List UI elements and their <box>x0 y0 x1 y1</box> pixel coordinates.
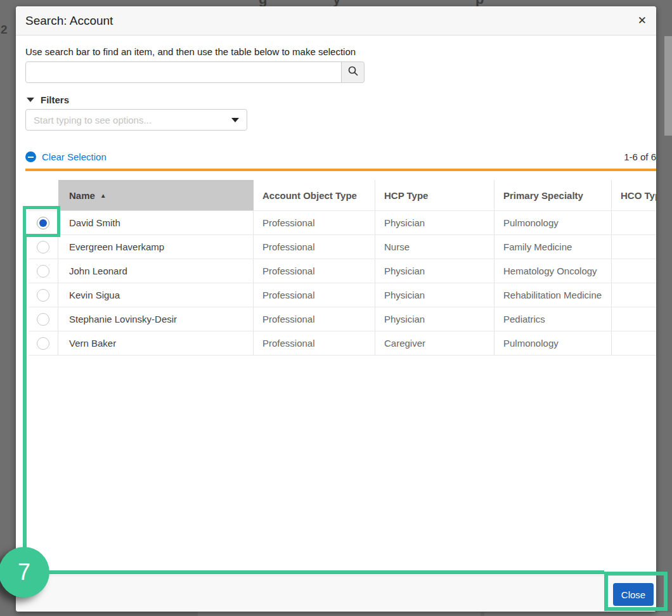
orange-divider <box>25 169 656 171</box>
selection-bar: Clear Selection 1-6 of 6 <box>25 151 656 162</box>
cell-primary-specialty: Pediatrics <box>503 314 545 324</box>
cell-account-object-type: Professional <box>262 241 315 252</box>
background-text-fragment: 2 <box>1 23 8 37</box>
cell-hcp-type: Physician <box>384 314 425 324</box>
modal-footer: Close <box>16 575 656 612</box>
cell-hcp-type: Physician <box>384 217 425 228</box>
cell-hcp-type: Physician <box>384 266 425 276</box>
table-row[interactable]: Evergreen Haverkamp Professional Nurse F… <box>29 235 656 259</box>
row-radio[interactable] <box>37 241 49 253</box>
background-scrollbar <box>664 36 672 136</box>
chevron-down-icon <box>27 98 34 102</box>
cell-primary-specialty: Pulmonology <box>503 338 559 349</box>
column-header-hco-type[interactable]: HCO Type <box>612 180 656 210</box>
screen: g y p 2 Search: Account ✕ Use search bar… <box>0 0 672 616</box>
column-header-account-object-type[interactable]: Account Object Type <box>254 180 375 210</box>
cell-account-object-type: Professional <box>262 338 315 349</box>
annotation-highlight-radio <box>23 206 60 237</box>
background-fragment <box>198 612 481 616</box>
cell-primary-specialty: Rehabilitation Medicine <box>503 290 602 300</box>
table-row[interactable]: Kevin Sigua Professional Physician Rehab… <box>29 283 656 307</box>
row-radio[interactable] <box>37 289 49 302</box>
table-body: David Smith Professional Physician Pulmo… <box>29 211 656 356</box>
row-radio[interactable] <box>37 265 49 278</box>
cell-name: David Smith <box>69 217 120 228</box>
search-bar <box>25 61 365 83</box>
instruction-text: Use search bar to find an item, and then… <box>25 46 356 57</box>
cell-account-object-type: Professional <box>262 217 315 228</box>
table-header-row: Name ▲ Account Object Type HCP Type Prim… <box>29 180 656 211</box>
cell-primary-specialty: Family Medicine <box>503 241 572 252</box>
table-row[interactable]: David Smith Professional Physician Pulmo… <box>29 211 656 235</box>
cell-hcp-type: Physician <box>384 290 425 300</box>
modal-header: Search: Account ✕ <box>16 6 656 35</box>
table-row[interactable]: Stephanie Lovinsky-Desir Professional Ph… <box>29 307 656 331</box>
search-account-modal: Search: Account ✕ Use search bar to find… <box>16 6 656 612</box>
table-row[interactable]: Vern Baker Professional Caregiver Pulmon… <box>29 331 656 356</box>
annotation-highlight-close <box>604 572 668 611</box>
annotation-step-badge: 7 <box>0 547 49 598</box>
close-icon[interactable]: ✕ <box>638 15 647 26</box>
column-header-label: Name <box>69 190 95 201</box>
table-row[interactable]: John Leonard Professional Physician Hema… <box>29 259 656 283</box>
modal-title: Search: Account <box>25 14 113 28</box>
cell-hcp-type: Caregiver <box>384 338 425 349</box>
sort-asc-icon: ▲ <box>100 192 107 199</box>
row-radio[interactable] <box>37 313 49 326</box>
cell-primary-specialty: Pulmonology <box>503 217 559 228</box>
minus-circle-icon <box>25 151 36 162</box>
column-header-primary-specialty[interactable]: Primary Specialty <box>494 180 612 210</box>
filters-label: Filters <box>41 94 69 105</box>
column-header-label: Primary Specialty <box>503 190 583 201</box>
column-header-name[interactable]: Name ▲ <box>58 180 254 210</box>
cell-name: Vern Baker <box>69 338 116 349</box>
search-icon <box>347 65 359 79</box>
clear-selection-label: Clear Selection <box>42 151 107 162</box>
cell-name: Stephanie Lovinsky-Desir <box>69 314 177 324</box>
filters-toggle[interactable]: Filters <box>27 94 69 105</box>
column-header-hcp-type[interactable]: HCP Type <box>375 180 494 210</box>
dropdown-caret-icon <box>231 118 239 122</box>
background-fragment <box>484 612 672 616</box>
cell-name: John Leonard <box>69 266 127 276</box>
combobox-placeholder: Start typing to see options... <box>34 115 231 125</box>
result-range-label: 1-6 of 6 <box>624 151 656 162</box>
cell-account-object-type: Professional <box>262 314 315 324</box>
annotation-step-number: 7 <box>18 559 30 586</box>
results-table: Name ▲ Account Object Type HCP Type Prim… <box>29 180 656 356</box>
annotation-connector-vertical <box>23 236 27 551</box>
column-header-label: HCO Type <box>621 190 656 201</box>
column-header-label: HCP Type <box>384 190 428 201</box>
cell-account-object-type: Professional <box>262 266 315 276</box>
cell-primary-specialty: Hematology Oncology <box>503 266 597 276</box>
cell-name: Evergreen Haverkamp <box>69 241 164 252</box>
cell-name: Kevin Sigua <box>69 290 120 300</box>
clear-selection-link[interactable]: Clear Selection <box>25 151 107 162</box>
cell-account-object-type: Professional <box>262 290 315 300</box>
row-radio[interactable] <box>37 337 49 350</box>
cell-hcp-type: Nurse <box>384 241 410 252</box>
search-button[interactable] <box>341 61 365 83</box>
column-header-label: Account Object Type <box>262 190 357 201</box>
filter-combobox[interactable]: Start typing to see options... <box>25 109 247 131</box>
annotation-connector-horizontal <box>44 570 604 574</box>
search-input[interactable] <box>25 61 342 83</box>
